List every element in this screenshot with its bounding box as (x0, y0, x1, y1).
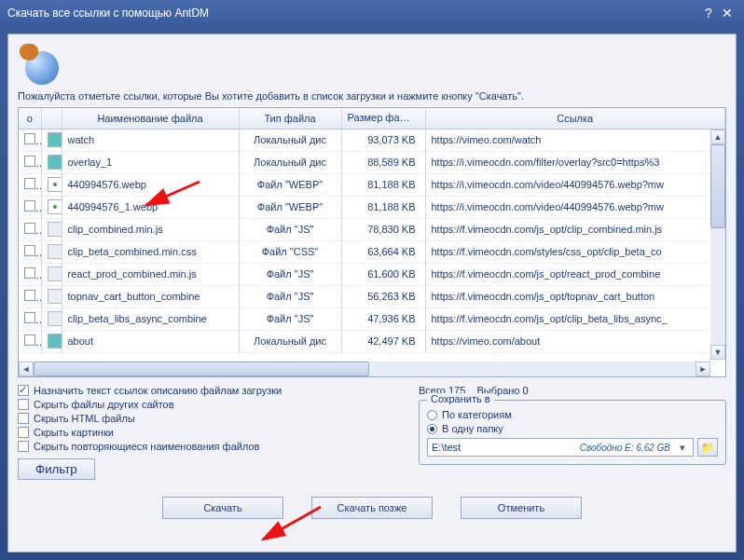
row-checkbox[interactable] (24, 223, 35, 234)
cell-size: 81,188 KB (341, 173, 425, 196)
cell-link: https://f.vimeocdn.com/js_opt/react_prod… (425, 263, 725, 285)
table-header-row: o Наименование файла Тип файла Размер фа… (19, 108, 725, 129)
cell-type: Файл "JS" (239, 285, 341, 307)
cell-name: clip_beta_combined.min.css (62, 240, 239, 263)
save-group: Сохранить в По категориям В одну папку E… (419, 400, 726, 465)
help-button[interactable]: ? (699, 6, 718, 20)
window: Скачать все ссылки с помощью AntDM ? ✕ П… (0, 0, 744, 560)
vertical-scrollbar[interactable]: ▲ ▼ (710, 130, 725, 360)
opt-hide-html[interactable]: Скрыть HTML файлы (18, 413, 400, 424)
cell-name: overlay_1 (62, 151, 239, 173)
download-button[interactable]: Скачать (162, 497, 283, 519)
horizontal-scrollbar[interactable]: ◄ ► (19, 362, 710, 376)
col-size[interactable]: Размер файла▾ (341, 108, 425, 129)
cancel-button[interactable]: Отменить (461, 497, 582, 519)
row-checkbox[interactable] (24, 312, 35, 323)
radio-icon (427, 410, 437, 420)
titlebar: Скачать все ссылки с помощью AntDM ? ✕ (0, 0, 744, 26)
scroll-thumb-h[interactable] (34, 362, 369, 376)
cell-type: Локальный дис (239, 330, 341, 352)
scroll-up-button[interactable]: ▲ (710, 130, 725, 144)
row-checkbox[interactable] (24, 290, 35, 301)
scroll-left-button[interactable]: ◄ (19, 362, 34, 376)
cell-size: 42,497 KB (341, 330, 425, 352)
cell-name: about (62, 330, 239, 352)
radio-by-category[interactable]: По категориям (427, 409, 718, 420)
cell-type: Файл "JS" (239, 307, 341, 330)
row-checkbox[interactable] (24, 335, 35, 346)
table-row[interactable]: 440994576.webpФайл "WEBP"81,188 KBhttps:… (19, 173, 725, 196)
table-row[interactable]: aboutЛокальный дис42,497 KBhttps://vimeo… (19, 330, 725, 352)
instruction-text: Пожалуйста отметьте ссылки, которые Вы х… (18, 90, 726, 102)
table-row[interactable]: clip_beta_combined.min.cssФайл "CSS"63,6… (19, 240, 725, 263)
file-type-icon (48, 311, 62, 326)
cell-type: Локальный дис (239, 129, 341, 151)
download-later-button[interactable]: Скачать позже (311, 497, 433, 519)
browse-button[interactable]: 📁 (697, 438, 718, 457)
cell-size: 81,188 KB (341, 196, 425, 218)
row-checkbox[interactable] (24, 267, 35, 279)
folder-icon: 📁 (701, 442, 714, 454)
row-checkbox[interactable] (24, 245, 35, 256)
col-icon (41, 108, 62, 129)
opt-hide-other-sites[interactable]: Скрыть файлы других сайтов (18, 399, 400, 410)
row-checkbox[interactable] (24, 133, 35, 144)
cell-type: Локальный дис (239, 151, 341, 173)
opt-hide-dup-names[interactable]: Скрыть повторяющиеся наименования файлов (18, 441, 400, 452)
cell-size: 93,073 KB (341, 129, 425, 151)
action-row: Скачать Скачать позже Отменить (18, 497, 726, 519)
cell-link: https://f.vimeocdn.com/js_opt/clip_combi… (425, 218, 725, 240)
col-type[interactable]: Тип файла (239, 108, 341, 129)
file-type-icon (48, 334, 62, 348)
cell-size: 61,600 KB (341, 263, 425, 285)
save-panel: Всего 175 Выбрано 0 Сохранить в По катег… (419, 385, 726, 480)
col-checkbox[interactable]: o (19, 108, 41, 129)
cell-name: clip_combined.min.js (62, 218, 239, 240)
scroll-down-button[interactable]: ▼ (710, 345, 725, 360)
row-checkbox[interactable] (24, 178, 35, 189)
checkbox-icon (18, 413, 29, 424)
scroll-right-button[interactable]: ► (696, 362, 710, 376)
options-panel: Назначить текст ссылок описанию файлам з… (18, 385, 400, 480)
path-input[interactable]: E:\test Свободно E: 6,62 GB ▾ (427, 438, 694, 457)
logo-row (18, 42, 726, 87)
col-link[interactable]: Ссылка (425, 108, 725, 129)
table-row[interactable]: watchЛокальный дис93,073 KBhttps://vimeo… (19, 129, 725, 151)
window-title: Скачать все ссылки с помощью AntDM (7, 7, 699, 20)
cell-name: topnav_cart_button_combine (62, 285, 239, 307)
dropdown-icon[interactable]: ▾ (676, 442, 689, 454)
row-checkbox[interactable] (24, 200, 35, 212)
checkbox-icon (18, 441, 29, 452)
cell-type: Файл "CSS" (239, 240, 341, 263)
file-type-icon (48, 244, 62, 259)
table-row[interactable]: clip_beta_libs_async_combineФайл "JS"47,… (19, 307, 725, 330)
save-legend: Сохранить в (427, 393, 494, 404)
radio-one-folder[interactable]: В одну папку (427, 423, 718, 434)
table-row[interactable]: react_prod_combined.min.jsФайл "JS"61,60… (19, 263, 725, 285)
table-row[interactable]: topnav_cart_button_combineФайл "JS"56,26… (19, 285, 725, 307)
scroll-thumb-v[interactable] (710, 144, 725, 228)
table-row[interactable]: overlay_1Локальный дис88,589 KBhttps://i… (19, 151, 725, 173)
free-space: Свободно E: 6,62 GB (580, 443, 670, 453)
cell-size: 47,936 KB (341, 307, 425, 330)
cell-link: https://f.vimeocdn.com/styles/css_opt/cl… (425, 240, 725, 263)
table-row[interactable]: 440994576_1.webpФайл "WEBP"81,188 KBhttp… (19, 196, 725, 218)
file-type-icon (48, 155, 62, 170)
cell-size: 88,589 KB (341, 151, 425, 173)
table-row[interactable]: clip_combined.min.jsФайл "JS"78,830 KBht… (19, 218, 725, 240)
row-checkbox[interactable] (24, 156, 35, 167)
close-button[interactable]: ✕ (718, 6, 737, 20)
app-logo (18, 44, 59, 85)
cell-link: https://vimeo.com/about (425, 330, 725, 352)
cell-link: https://f.vimeocdn.com/js_opt/clip_beta_… (425, 307, 725, 330)
bottom-panel: Назначить текст ссылок описанию файлам з… (18, 385, 726, 480)
filter-button[interactable]: Фильтр (18, 458, 95, 480)
path-row: E:\test Свободно E: 6,62 GB ▾ 📁 (427, 438, 718, 457)
path-value: E:\test (432, 442, 461, 453)
col-name[interactable]: Наименование файла (62, 108, 239, 129)
opt-hide-images[interactable]: Скрыть картинки (18, 427, 400, 438)
cell-link: https://f.vimeocdn.com/js_opt/topnav_car… (425, 285, 725, 307)
cell-size: 63,664 KB (341, 240, 425, 263)
opt-assign-text[interactable]: Назначить текст ссылок описанию файлам з… (18, 385, 400, 396)
file-type-icon (48, 222, 62, 237)
